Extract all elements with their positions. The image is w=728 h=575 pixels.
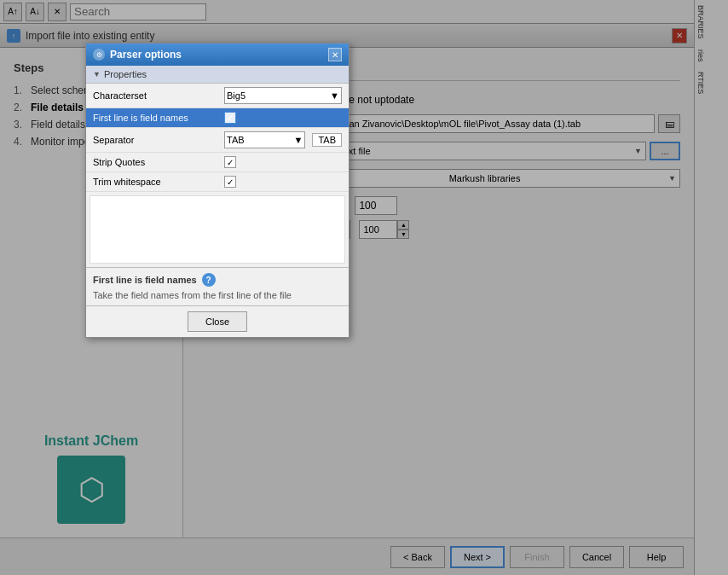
parser-dialog: ⚙ Parser options ✕ ▼ Properties Characte…: [85, 43, 350, 338]
characterset-value: Big5: [227, 90, 246, 101]
parser-title-icon: ⚙: [93, 49, 105, 61]
parser-close-icon[interactable]: ✕: [328, 48, 342, 61]
separator-value: TAB: [227, 135, 245, 145]
parser-row-stripquotes: Strip Quotes ✓: [86, 153, 349, 172]
modal-overlay: ⚙ Parser options ✕ ▼ Properties Characte…: [0, 0, 728, 575]
parser-row-firstline: First line is field names ✓: [86, 108, 349, 128]
parser-empty-area: [90, 195, 345, 264]
trimwhitespace-label: Trim whitespace: [86, 172, 217, 192]
firstline-label: First line is field names: [86, 108, 217, 128]
firstline-control[interactable]: ✓: [217, 108, 349, 128]
separator-label: Separator: [86, 128, 217, 153]
parser-row-characterset: Characterset Big5 ▼: [86, 84, 349, 108]
stripquotes-control[interactable]: ✓: [217, 153, 349, 172]
separator-select[interactable]: TAB ▼: [224, 131, 305, 148]
characterset-label: Characterset: [86, 84, 217, 108]
help-icon[interactable]: ?: [202, 273, 216, 287]
parser-desc-title-text: First line is field names: [93, 275, 197, 285]
parser-desc-title-row: First line is field names ?: [93, 273, 342, 287]
parser-titlebar: ⚙ Parser options ✕: [86, 44, 349, 66]
firstline-checkbox[interactable]: ✓: [224, 112, 236, 124]
tab-badge: TAB: [312, 133, 342, 147]
parser-description: First line is field names ? Take the fie…: [86, 267, 349, 305]
stripquotes-checkbox[interactable]: ✓: [224, 156, 236, 168]
expand-icon: ▼: [93, 70, 101, 78]
parser-title-text: Parser options: [110, 49, 323, 61]
parser-row-separator: Separator TAB ▼ TAB: [86, 128, 349, 153]
characterset-control[interactable]: Big5 ▼: [217, 84, 349, 108]
parser-table: Characterset Big5 ▼ First line is field …: [86, 84, 349, 192]
parser-close-button[interactable]: Close: [188, 311, 247, 332]
properties-label: Properties: [104, 69, 147, 79]
parser-row-trimwhitespace: Trim whitespace ✓: [86, 172, 349, 192]
characterset-arrow-icon: ▼: [330, 90, 339, 101]
parser-props-header: ▼ Properties: [86, 66, 349, 84]
parser-footer: Close: [86, 305, 349, 337]
trimwhitespace-checkbox[interactable]: ✓: [224, 176, 236, 188]
characterset-select[interactable]: Big5 ▼: [224, 87, 342, 104]
separator-arrow-icon: ▼: [294, 135, 303, 145]
trimwhitespace-control[interactable]: ✓: [217, 172, 349, 192]
stripquotes-label: Strip Quotes: [86, 153, 217, 172]
separator-control[interactable]: TAB ▼ TAB: [217, 128, 349, 153]
parser-desc-text: Take the field names from the first line…: [93, 290, 342, 300]
